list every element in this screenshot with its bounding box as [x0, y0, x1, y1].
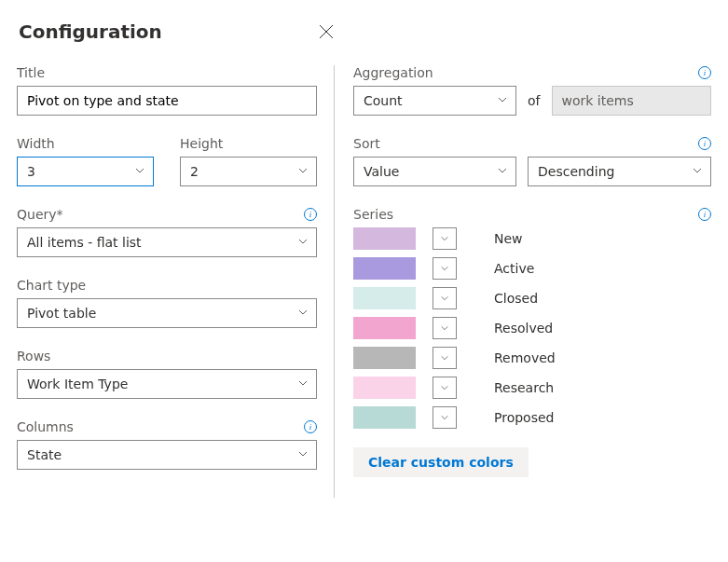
chevron-down-icon — [297, 306, 309, 321]
series-label: Resolved — [474, 321, 553, 336]
width-value: 3 — [27, 164, 35, 179]
sort-label: Sort — [353, 136, 380, 151]
series-label: Proposed — [474, 410, 554, 425]
color-swatch — [353, 377, 416, 399]
series-row: New — [353, 227, 711, 250]
info-icon[interactable]: i — [304, 208, 317, 221]
color-swatch — [353, 287, 416, 309]
work-items-text: work items — [562, 93, 634, 108]
sort-direction-value: Descending — [538, 164, 614, 179]
info-icon[interactable]: i — [698, 137, 711, 150]
title-input[interactable] — [17, 86, 317, 116]
chevron-down-icon — [497, 164, 508, 179]
series-color-select[interactable] — [433, 347, 457, 369]
color-swatch — [353, 227, 416, 250]
color-swatch — [353, 317, 416, 339]
chevron-down-icon — [297, 447, 309, 462]
title-label: Title — [17, 65, 317, 80]
info-icon[interactable]: i — [698, 66, 711, 79]
sort-direction-select[interactable]: Descending — [528, 157, 711, 186]
chevron-down-icon — [692, 164, 703, 179]
close-button[interactable] — [311, 17, 341, 47]
series-row: Proposed — [353, 406, 711, 429]
chart-type-select[interactable]: Pivot table — [17, 298, 317, 328]
info-icon[interactable]: i — [698, 208, 711, 221]
sort-field-select[interactable]: Value — [353, 157, 516, 186]
chevron-down-icon — [297, 235, 309, 250]
close-icon — [319, 24, 334, 39]
color-swatch — [353, 257, 416, 280]
series-row: Resolved — [353, 317, 711, 339]
chevron-down-icon — [440, 413, 449, 422]
series-color-select[interactable] — [433, 287, 457, 309]
query-label: Query* — [17, 207, 63, 222]
series-label: Series — [353, 207, 393, 222]
columns-select[interactable]: State — [17, 440, 317, 470]
info-icon[interactable]: i — [304, 420, 317, 433]
rows-value: Work Item Type — [27, 377, 128, 391]
chevron-down-icon — [440, 264, 449, 273]
of-text: of — [528, 93, 541, 108]
rows-select[interactable]: Work Item Type — [17, 369, 317, 399]
series-color-select[interactable] — [433, 317, 457, 339]
chevron-down-icon — [134, 164, 145, 179]
chart-type-label: Chart type — [17, 278, 317, 293]
series-row: Research — [353, 377, 711, 399]
chevron-down-icon — [440, 383, 449, 392]
color-swatch — [353, 406, 416, 429]
sort-field-value: Value — [364, 164, 399, 179]
series-label: Closed — [474, 291, 538, 306]
chart-type-value: Pivot table — [27, 306, 96, 321]
series-label: New — [474, 231, 523, 246]
series-color-select[interactable] — [433, 227, 457, 250]
height-label: Height — [180, 136, 317, 151]
chevron-down-icon — [440, 353, 449, 363]
series-label: Active — [474, 261, 534, 276]
chevron-down-icon — [297, 377, 309, 391]
rows-label: Rows — [17, 349, 317, 363]
columns-label: Columns — [17, 419, 74, 434]
query-value: All items - flat list — [27, 235, 142, 250]
chevron-down-icon — [440, 234, 449, 243]
height-value: 2 — [190, 164, 199, 179]
chevron-down-icon — [440, 323, 449, 333]
aggregation-value: Count — [364, 93, 403, 108]
series-row: Removed — [353, 347, 711, 369]
series-row: Closed — [353, 287, 711, 309]
clear-custom-colors-button[interactable]: Clear custom colors — [353, 447, 529, 477]
aggregation-select[interactable]: Count — [353, 86, 516, 116]
series-label: Removed — [474, 350, 556, 365]
query-select[interactable]: All items - flat list — [17, 227, 317, 257]
chevron-down-icon — [497, 93, 508, 108]
series-color-select[interactable] — [433, 257, 457, 280]
width-select[interactable]: 3 — [17, 157, 154, 186]
series-color-select[interactable] — [433, 377, 457, 399]
series-row: Active — [353, 257, 711, 280]
columns-value: State — [27, 447, 62, 462]
page-title: Configuration — [19, 21, 162, 43]
height-select[interactable]: 2 — [180, 157, 317, 186]
aggregation-label: Aggregation — [353, 65, 433, 80]
chevron-down-icon — [440, 294, 449, 303]
aggregation-target: work items — [552, 86, 712, 116]
color-swatch — [353, 347, 416, 369]
series-color-select[interactable] — [433, 406, 457, 429]
width-label: Width — [17, 136, 154, 151]
chevron-down-icon — [297, 164, 309, 179]
series-label: Research — [474, 380, 554, 395]
